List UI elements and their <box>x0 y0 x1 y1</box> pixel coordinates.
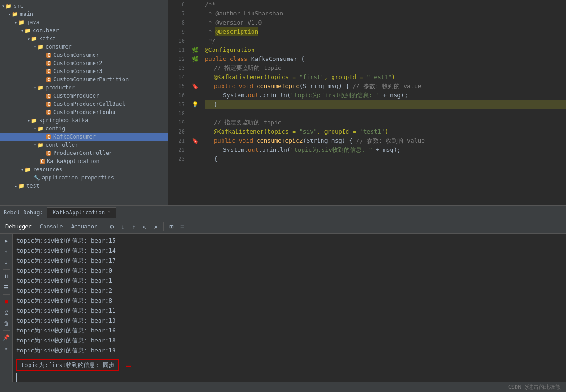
java-icon: C <box>46 102 51 107</box>
code-line-20: @KafkaListener(topics = "siv", groupId =… <box>205 127 566 136</box>
line-number-12: 12 <box>168 55 185 64</box>
console-line-7: topic为:siv收到的信息: bear:11 <box>16 306 562 316</box>
tree-item-KafkaConsumer[interactable]: CKafkaConsumer <box>0 133 168 141</box>
tree-item-label: resources <box>33 166 62 173</box>
trash-btn[interactable]: 🗑 <box>1 318 11 328</box>
java-icon: C <box>46 151 51 156</box>
left-sep3 <box>3 330 10 331</box>
code-line-9: * @Description <box>205 27 566 36</box>
expand-arrow-icon: ▾ <box>27 118 30 123</box>
console-line-2: topic为:siv收到的信息: bear:17 <box>16 256 562 266</box>
tree-item-KafkaApplication[interactable]: CKafkaApplication <box>0 157 168 165</box>
folder-icon: 📁 <box>37 85 44 91</box>
console-line-6: topic为:siv收到的信息: bear:8 <box>16 296 562 306</box>
debug-toolbar: Debugger Console Actuator ⚙ ↓ ↑ ↖ ↗ ⊞ ≡ <box>0 219 566 234</box>
expand-arrow-icon: ▾ <box>34 143 36 148</box>
tree-item-CustomProducerTonbu[interactable]: CCustomProducerTonbu <box>0 108 168 116</box>
tree-item-CustomConsumerPartition[interactable]: CCustomConsumerPartition <box>0 75 168 84</box>
tab-close-icon[interactable]: × <box>108 210 110 215</box>
gutter-cell-20 <box>189 127 201 136</box>
tree-item-src[interactable]: ▾ 📁 src <box>0 2 168 10</box>
java-icon: C <box>46 53 51 58</box>
code-line-14: @KafkaListener(topics = "first", groupId… <box>205 73 566 82</box>
tree-item-com.bear[interactable]: ▾ 📁 com.bear <box>0 26 168 35</box>
console-line-10: topic为:siv收到的信息: bear:18 <box>16 336 562 346</box>
bottom-panel-inner: ▶ ↑ ↓ ⏸ ☰ ■ 🖨 🗑 📌 ✏ topic为:siv收到的信息: bea… <box>0 234 566 382</box>
tree-item-application.properties[interactable]: 🔧 application.properties <box>0 174 168 182</box>
file-tree[interactable]: ▾ 📁 src▾ 📁 main▾ 📁 java▾ 📁 com.bear▾ 📁 k… <box>0 0 168 205</box>
code-line-15: public void consumeTopic(String msg) { /… <box>205 82 566 91</box>
console-output: topic为:siv收到的信息: bear:15topic为:siv收到的信息:… <box>13 234 566 357</box>
gutter-cell-7 <box>189 9 201 18</box>
tree-item-CustomProducerCallBack[interactable]: CCustomProducerCallBack <box>0 100 168 108</box>
toolbar-grid-btn[interactable]: ⊞ <box>166 222 176 232</box>
run-btn[interactable]: ▶ <box>1 236 11 246</box>
line-number-14: 14 <box>168 73 185 82</box>
tree-item-consumer[interactable]: ▾ 📁 consumer <box>0 43 168 51</box>
code-line-21: public void consumeTopic2(String msg) { … <box>205 136 566 145</box>
pencil-btn[interactable]: ✏ <box>1 343 11 353</box>
tree-item-config[interactable]: ▾ 📁 config <box>0 124 168 133</box>
actuator-tab[interactable]: Actuator <box>67 222 101 231</box>
gutter-cell-23 <box>189 154 201 164</box>
tree-item-test[interactable]: ▸ 📁 test <box>0 182 168 190</box>
tree-item-main[interactable]: ▾ 📁 main <box>0 10 168 18</box>
toolbar-up-btn[interactable]: ↑ <box>129 222 139 232</box>
tree-item-CustomConsumer3[interactable]: CCustomConsumer3 <box>0 67 168 75</box>
stop-btn[interactable]: ■ <box>1 297 11 307</box>
gutter-cell-9 <box>189 27 201 36</box>
pause-btn[interactable]: ⏸ <box>1 272 11 282</box>
line-number-17: 17 <box>168 100 185 109</box>
gutter-cell-13 <box>189 64 201 73</box>
java-icon: C <box>40 159 45 164</box>
toolbar-list-btn[interactable]: ≡ <box>177 222 187 232</box>
expand-arrow-icon: ▾ <box>21 28 24 33</box>
tree-item-label: CustomProducerTonbu <box>53 109 115 115</box>
console-cursor <box>16 373 17 382</box>
tree-item-CustomProducer[interactable]: CCustomProducer <box>0 92 168 100</box>
debugger-tab[interactable]: Debugger <box>2 222 35 231</box>
console-area: topic为:siv收到的信息: bear:15topic为:siv收到的信息:… <box>13 234 566 382</box>
console-status-dash: — <box>126 361 131 370</box>
console-line-5: topic为:siv收到的信息: bear:2 <box>16 286 562 296</box>
tree-item-controller[interactable]: ▾ 📁 controller <box>0 141 168 149</box>
tree-item-java[interactable]: ▾ 📁 java <box>0 18 168 26</box>
toolbar-settings-btn[interactable]: ⚙ <box>107 222 117 232</box>
folder-icon: 📁 <box>31 36 37 42</box>
tree-item-CustomConsumer2[interactable]: CCustomConsumer2 <box>0 59 168 67</box>
tree-item-label: test <box>26 183 40 189</box>
tree-item-label: CustomConsumer3 <box>53 68 102 74</box>
tree-item-label: producter <box>45 84 75 91</box>
tree-item-label: springbootkafka <box>39 117 88 124</box>
tree-item-kafka[interactable]: ▾ 📁 kafka <box>0 35 168 43</box>
tree-item-resources[interactable]: ▾ 📁 resources <box>0 165 168 174</box>
up-btn[interactable]: ↑ <box>1 247 11 257</box>
code-line-10: */ <box>205 36 566 45</box>
status-bar: CSDN @进击的北极熊 <box>0 382 566 392</box>
tree-item-label: kafka <box>39 35 55 42</box>
pin-btn[interactable]: 📌 <box>1 332 11 342</box>
tree-item-springbootkafka[interactable]: ▾ 📁 springbootkafka <box>0 116 168 124</box>
gutter-cell-8 <box>189 18 201 27</box>
code-line-6: /** <box>205 0 566 9</box>
folder-icon: 📁 <box>25 28 31 34</box>
down-btn[interactable]: ↓ <box>1 258 11 268</box>
line-number-20: 20 <box>168 127 185 136</box>
tree-item-CustomConsumer[interactable]: CCustomConsumer <box>0 51 168 59</box>
console-tab[interactable]: Console <box>36 222 67 231</box>
left-sep2 <box>3 294 10 295</box>
tree-item-label: src <box>14 3 24 9</box>
line-number-11: 11 <box>168 45 185 55</box>
line-number-8: 8 <box>168 18 185 27</box>
toolbar-left-btn[interactable]: ↖ <box>139 222 149 232</box>
line-number-18: 18 <box>168 109 185 118</box>
toolbar-down-btn[interactable]: ↓ <box>118 222 128 232</box>
properties-icon: 🔧 <box>34 175 40 181</box>
toolbar-right-btn[interactable]: ↗ <box>150 222 160 232</box>
folder-icon: 📁 <box>18 20 25 25</box>
tree-item-ProducerController[interactable]: CProducerController <box>0 149 168 157</box>
tree-item-producter[interactable]: ▾ 📁 producter <box>0 84 168 92</box>
list-btn[interactable]: ☰ <box>1 283 11 293</box>
kafka-application-tab[interactable]: KafkaApplication × <box>47 207 117 218</box>
print-btn[interactable]: 🖨 <box>1 308 11 318</box>
